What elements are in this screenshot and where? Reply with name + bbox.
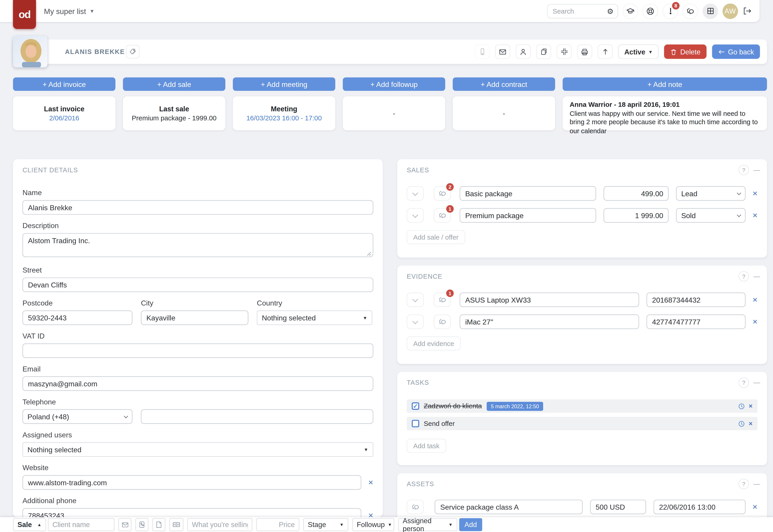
remove-sale-icon[interactable]: ×: [752, 211, 757, 220]
clear-website-icon[interactable]: ×: [368, 478, 373, 487]
assigned-users-select[interactable]: Nothing selected ▼: [22, 442, 373, 457]
academy-button[interactable]: [623, 3, 638, 19]
support-button[interactable]: [643, 3, 658, 19]
sale-price-input[interactable]: [604, 208, 669, 223]
help-button[interactable]: ?: [738, 479, 749, 489]
clock-icon[interactable]: [738, 403, 745, 410]
followup-select[interactable]: Followup ▼: [352, 518, 394, 531]
evidence-name-input[interactable]: [460, 315, 639, 329]
expand-sale-button[interactable]: [407, 186, 424, 201]
clock-icon[interactable]: [738, 420, 745, 427]
evidence-comments-button[interactable]: 1: [434, 292, 451, 307]
sale-comments-button[interactable]: 2: [434, 186, 451, 201]
delete-button[interactable]: Delete: [664, 44, 707, 59]
minimize-icon[interactable]: —: [754, 481, 760, 487]
status-dropdown[interactable]: Active ▼: [619, 44, 659, 59]
resize-handle[interactable]: [367, 252, 371, 256]
task-checkbox[interactable]: [412, 402, 419, 410]
asset-name-input[interactable]: [435, 500, 583, 514]
call-button[interactable]: [475, 44, 490, 59]
quick-add-button[interactable]: Add: [459, 518, 482, 531]
minimize-icon[interactable]: —: [754, 379, 760, 386]
expand-evidence-button[interactable]: [407, 315, 424, 329]
price-input[interactable]: [256, 518, 299, 531]
selling-input[interactable]: [187, 518, 252, 531]
street-field[interactable]: [22, 278, 373, 292]
city-field[interactable]: [141, 310, 248, 325]
evidence-comments-button[interactable]: [434, 315, 451, 329]
logout-button[interactable]: [743, 7, 752, 16]
add-contract-button[interactable]: + Add contract: [453, 77, 555, 91]
add-note-button[interactable]: + Add note: [562, 77, 767, 91]
phone-number-field[interactable]: [141, 409, 373, 424]
phone-toggle-button[interactable]: [135, 518, 148, 531]
record-type-select[interactable]: Sale ▲: [13, 518, 46, 531]
add-task-button[interactable]: Add task: [407, 439, 446, 453]
gear-icon[interactable]: ⚙: [607, 7, 614, 15]
add-invoice-button[interactable]: + Add invoice: [13, 77, 115, 91]
copy-button[interactable]: [536, 44, 551, 59]
remove-evidence-icon[interactable]: ×: [752, 317, 757, 326]
meeting-link[interactable]: 16/03/2023 16:00 - 17:00: [246, 114, 322, 122]
evidence-serial-input[interactable]: [647, 292, 746, 307]
sale-stage-select[interactable]: Lead: [676, 186, 746, 201]
contact-button[interactable]: [516, 44, 531, 59]
add-meeting-button[interactable]: + Add meeting: [233, 77, 335, 91]
add-sale-offer-button[interactable]: Add sale / offer: [407, 230, 465, 244]
vat-field[interactable]: [22, 343, 373, 358]
avatar[interactable]: AW: [723, 3, 738, 19]
invoice-toggle-button[interactable]: [169, 518, 183, 531]
help-button[interactable]: ?: [738, 165, 749, 175]
asset-price-input[interactable]: [590, 500, 646, 514]
country-select[interactable]: Nothing selected ▼: [257, 310, 372, 325]
sale-comments-button[interactable]: 1: [434, 208, 451, 223]
asset-date-input[interactable]: [654, 500, 746, 514]
task-checkbox[interactable]: [412, 420, 419, 427]
collapse-button[interactable]: [557, 44, 572, 59]
evidence-serial-input[interactable]: [647, 315, 746, 329]
expand-evidence-button[interactable]: [407, 292, 424, 307]
client-name-input[interactable]: [48, 518, 114, 531]
expand-sale-button[interactable]: [407, 208, 424, 223]
website-field[interactable]: [22, 475, 361, 490]
email-button[interactable]: [495, 44, 510, 59]
email-toggle-button[interactable]: [118, 518, 131, 531]
last-invoice-link[interactable]: 2/06/2016: [49, 114, 79, 122]
evidence-name-input[interactable]: [460, 292, 639, 307]
postcode-field[interactable]: [22, 310, 132, 325]
sale-name-input[interactable]: [460, 208, 596, 223]
client-photo[interactable]: [13, 36, 47, 67]
print-button[interactable]: [577, 44, 592, 59]
help-button[interactable]: ?: [738, 271, 749, 281]
go-back-button[interactable]: Go back: [712, 44, 760, 59]
remove-task-icon[interactable]: ×: [749, 420, 753, 427]
sale-stage-select[interactable]: Sold: [676, 208, 746, 223]
assigned-person-select[interactable]: Assigned person ▼: [398, 518, 457, 531]
sale-name-input[interactable]: [460, 186, 596, 201]
phone-country-select[interactable]: Poland (+48): [22, 409, 132, 424]
remove-asset-icon[interactable]: ×: [752, 503, 757, 511]
list-selector[interactable]: My super list ▼: [44, 0, 94, 22]
help-button[interactable]: ?: [738, 377, 749, 388]
search-input[interactable]: [552, 7, 607, 15]
remove-task-icon[interactable]: ×: [749, 402, 753, 410]
asset-comments-button[interactable]: [407, 500, 424, 514]
minimize-icon[interactable]: —: [754, 273, 760, 280]
description-field[interactable]: Alstom Trading Inc.: [22, 233, 373, 257]
add-sale-button[interactable]: + Add sale: [123, 77, 225, 91]
name-field[interactable]: [22, 200, 373, 215]
notifications-button[interactable]: 8: [663, 3, 678, 19]
tags-button[interactable]: [126, 45, 139, 58]
stage-select[interactable]: Stage ▼: [303, 518, 348, 531]
sale-price-input[interactable]: [604, 186, 669, 201]
messages-button[interactable]: [683, 3, 698, 19]
add-evidence-button[interactable]: Add evidence: [407, 336, 461, 350]
email-field[interactable]: [22, 376, 373, 391]
add-followup-button[interactable]: + Add followup: [343, 77, 445, 91]
remove-sale-icon[interactable]: ×: [752, 189, 757, 198]
export-button[interactable]: [598, 44, 613, 59]
note-toggle-button[interactable]: [152, 518, 165, 531]
minimize-icon[interactable]: —: [754, 167, 760, 173]
remove-evidence-icon[interactable]: ×: [752, 296, 757, 304]
apps-grid-button[interactable]: [703, 3, 718, 19]
